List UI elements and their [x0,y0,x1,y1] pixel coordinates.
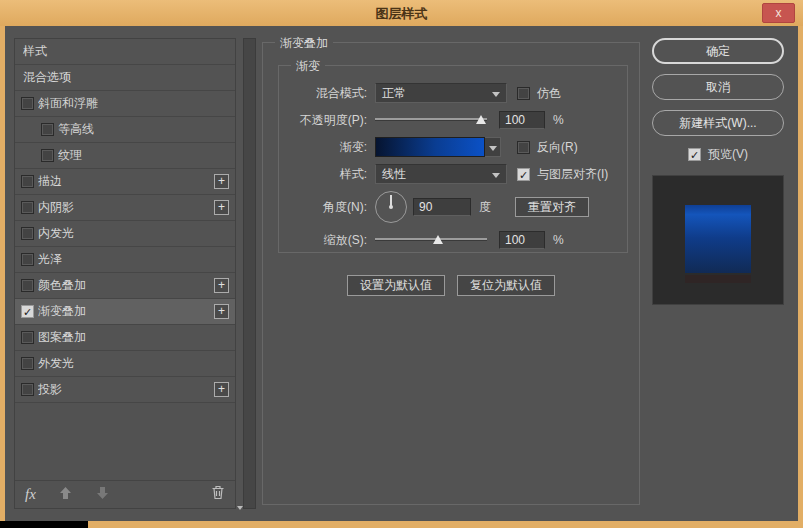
scale-slider[interactable] [375,233,487,247]
angle-unit: 度 [479,199,491,216]
preview-square-shadow [685,275,751,283]
scale-slider-thumb[interactable] [433,235,443,244]
sidebar-item-label: 样式 [23,43,229,60]
sidebar-item-9[interactable]: 颜色叠加+ [15,273,235,299]
opacity-slider-track[interactable] [375,118,487,120]
sidebar-item-13[interactable]: 投影+ [15,377,235,403]
sidebar-item-4[interactable]: 纹理 [15,143,235,169]
sidebar-item-2[interactable]: 斜面和浮雕 [15,91,235,117]
sidebar-item-label: 投影 [38,381,214,398]
delete-effect-icon[interactable] [211,485,225,504]
add-instance-icon[interactable]: + [214,174,229,189]
add-instance-icon[interactable]: + [214,200,229,215]
angle-label: 角度(N): [283,199,367,216]
set-default-button[interactable]: 设置为默认值 [347,275,445,296]
ok-button[interactable]: 确定 [652,38,784,64]
sidebar-item-label: 渐变叠加 [38,303,214,320]
sidebar-item-label: 图案叠加 [38,329,229,346]
opacity-row: 不透明度(P): % [279,109,627,131]
sidebar-item-1[interactable]: 混合选项 [15,65,235,91]
angle-dial[interactable] [375,191,407,223]
blend-mode-select[interactable]: 正常 [375,83,507,103]
move-effect-down-icon[interactable] [95,486,110,504]
move-effect-up-icon[interactable] [58,486,73,504]
scale-unit: % [553,233,564,247]
fx-menu-icon[interactable]: fx [25,486,36,503]
add-instance-icon[interactable]: + [214,304,229,319]
style-label: 样式: [283,166,367,183]
style-value: 线性 [382,166,406,183]
group-title: 渐变 [291,58,325,75]
preview-label: 预览(V) [708,146,748,163]
sidebar-item-6[interactable]: 内阴影+ [15,195,235,221]
sidebar-item-3[interactable]: 等高线 [15,117,235,143]
reverse-checkbox[interactable] [517,141,530,154]
title-bar[interactable]: 图层样式 x [0,0,803,26]
blend-mode-row: 混合模式: 正常 仿色 [279,82,627,104]
preview-gradient-square [685,205,751,273]
style-select[interactable]: 线性 [375,164,507,184]
opacity-input[interactable] [499,111,545,129]
effect-checkbox[interactable] [41,149,54,162]
gradient-swatch[interactable] [375,137,485,157]
effect-checkbox[interactable] [21,383,34,396]
sidebar-item-5[interactable]: 描边+ [15,169,235,195]
scale-input[interactable] [499,231,545,249]
action-column: 确定 取消 新建样式(W)... ✓ 预览(V) [650,38,786,305]
desktop-strip [0,521,88,528]
scale-slider-track[interactable] [375,238,487,240]
effect-checkbox[interactable] [21,357,34,370]
angle-input[interactable] [413,198,471,216]
effect-checkbox[interactable] [21,279,34,292]
effect-checkbox[interactable] [21,253,34,266]
add-instance-icon[interactable]: + [214,278,229,293]
angle-hub [389,205,393,209]
scale-row: 缩放(S): % [279,229,627,251]
effect-checkbox[interactable] [41,123,54,136]
cancel-button[interactable]: 取消 [652,74,784,100]
preview-checkbox[interactable]: ✓ [688,148,701,161]
layer-style-dialog: 图层样式 x 样式混合选项斜面和浮雕等高线纹理描边+内阴影+内发光光泽颜色叠加+… [0,0,803,528]
gradient-settings: 混合模式: 正常 仿色 不透明度(P): [279,66,627,251]
reverse-label: 反向(R) [537,139,578,156]
sidebar-item-10[interactable]: ✓渐变叠加+ [15,299,235,325]
sidebar-item-8[interactable]: 光泽 [15,247,235,273]
new-style-button[interactable]: 新建样式(W)... [652,110,784,136]
sidebar-item-12[interactable]: 外发光 [15,351,235,377]
reset-alignment-button[interactable]: 重置对齐 [515,197,589,217]
effect-checkbox[interactable] [21,331,34,344]
gradient-row: 渐变: 反向(R) [279,136,627,158]
sidebar-item-label: 纹理 [58,147,229,164]
sidebar-item-label: 颜色叠加 [38,277,214,294]
dither-checkbox[interactable] [517,87,530,100]
styles-sidebar: 样式混合选项斜面和浮雕等高线纹理描边+内阴影+内发光光泽颜色叠加+✓渐变叠加+图… [14,38,236,509]
dither-label: 仿色 [537,85,561,102]
dialog-content: 样式混合选项斜面和浮雕等高线纹理描边+内阴影+内发光光泽颜色叠加+✓渐变叠加+图… [5,26,798,521]
effect-checkbox[interactable] [21,227,34,240]
sidebar-item-label: 等高线 [58,121,229,138]
sidebar-item-11[interactable]: 图案叠加 [15,325,235,351]
gradient-picker-button[interactable] [485,137,501,157]
align-with-layer-label: 与图层对齐(I) [537,166,608,183]
sidebar-scrollbar[interactable] [243,38,256,509]
sidebar-item-0[interactable]: 样式 [15,39,235,65]
blend-mode-label: 混合模式: [283,85,367,102]
add-instance-icon[interactable]: + [214,382,229,397]
chevron-down-icon [492,92,500,97]
opacity-slider[interactable] [375,113,487,127]
opacity-unit: % [553,113,564,127]
defaults-row: 设置为默认值 复位为默认值 [263,275,639,296]
effect-checkbox[interactable] [21,97,34,110]
effect-checkbox[interactable] [21,201,34,214]
align-with-layer-checkbox[interactable]: ✓ [517,168,530,181]
close-button[interactable]: x [762,3,795,23]
opacity-slider-thumb[interactable] [476,115,486,124]
reset-default-button[interactable]: 复位为默认值 [457,275,555,296]
style-preview-thumbnail [652,175,784,305]
effect-checkbox[interactable] [21,175,34,188]
sidebar-list: 样式混合选项斜面和浮雕等高线纹理描边+内阴影+内发光光泽颜色叠加+✓渐变叠加+图… [15,39,235,403]
sidebar-item-7[interactable]: 内发光 [15,221,235,247]
dialog-title: 图层样式 [0,5,803,23]
sidebar-item-label: 外发光 [38,355,229,372]
effect-checkbox[interactable]: ✓ [21,305,34,318]
